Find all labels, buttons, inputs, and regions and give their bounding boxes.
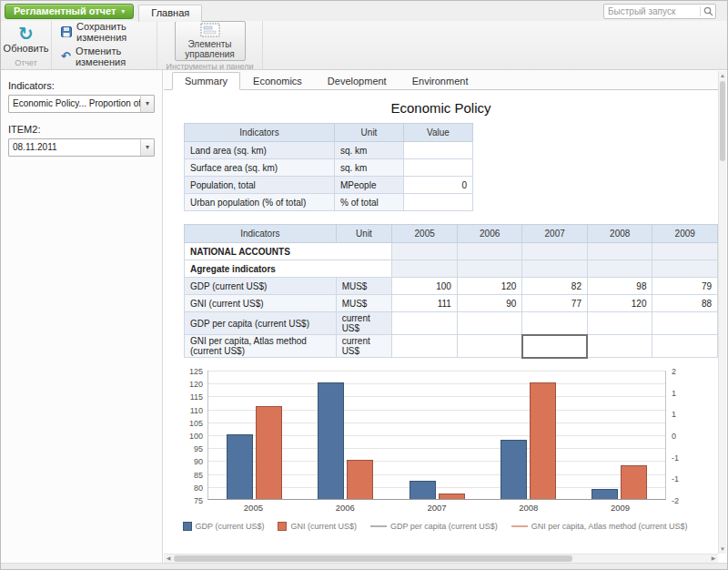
legend-label: GDP (current US$): [196, 522, 265, 531]
value-cell[interactable]: [392, 243, 458, 260]
scroll-left-arrow-icon[interactable]: ◀: [164, 555, 173, 563]
unit-cell: sq. km: [335, 142, 404, 159]
scroll-up-arrow-icon[interactable]: ▲: [719, 71, 726, 80]
value-cell[interactable]: [522, 243, 588, 260]
value-cell[interactable]: 77: [522, 295, 588, 312]
value-cell[interactable]: [392, 260, 458, 278]
indicators-dropdown[interactable]: Economic Policy... Proportion of s... (1…: [8, 95, 155, 113]
axis-label: 120: [189, 380, 203, 389]
value-cell[interactable]: [457, 243, 522, 260]
axis-label: 0: [672, 432, 676, 441]
ribbon-tab-home[interactable]: Главная: [138, 5, 202, 22]
axis-label: 115: [190, 392, 203, 402]
selected-cell[interactable]: [522, 335, 588, 358]
value-cell[interactable]: [652, 243, 718, 260]
tab-economics[interactable]: Economics: [240, 72, 315, 90]
bar-group: [391, 371, 482, 499]
legend-swatch: [183, 522, 192, 531]
value-cell[interactable]: 82: [522, 278, 588, 295]
report-menu-button[interactable]: Регламентный отчет ▾: [5, 4, 134, 19]
unit-cell: % of total: [335, 194, 404, 211]
value-cell[interactable]: [404, 159, 473, 177]
value-cell[interactable]: [587, 243, 652, 260]
value-cell[interactable]: [587, 312, 652, 335]
value-cell[interactable]: 98: [587, 278, 652, 295]
scroll-right-arrow-icon[interactable]: ▶: [709, 555, 718, 563]
refresh-icon: ↻: [18, 25, 34, 43]
ribbon-top-bar: Регламентный отчет ▾ Главная: [1, 1, 727, 21]
summary-table: IndicatorsUnitValue Land area (sq. km)sq…: [184, 123, 473, 211]
chevron-down-icon[interactable]: ▾: [140, 139, 154, 156]
value-cell[interactable]: 111: [392, 295, 458, 312]
value-cell[interactable]: [652, 312, 718, 335]
main-area: SummaryEconomicsDevelopmentEnvironment E…: [164, 70, 718, 554]
column-header: Unit: [335, 124, 404, 142]
axis-label: -1: [672, 474, 679, 483]
section-cell: Agregate indicators: [185, 260, 392, 278]
tab-environment[interactable]: Environment: [399, 72, 481, 90]
value-cell[interactable]: 79: [652, 278, 718, 295]
axis-label: 75: [194, 496, 203, 505]
controls-button[interactable]: Элементы управления: [175, 21, 246, 61]
axis-label: 2009: [574, 500, 666, 514]
legend-label: GNI per capita, Atlas method (current US…: [531, 522, 688, 531]
table-row: GDP per capita (current US$)current US$: [185, 312, 718, 335]
column-header: Unit: [336, 225, 392, 243]
undo-icon: ↶: [61, 51, 71, 62]
value-cell[interactable]: [404, 194, 473, 211]
value-cell[interactable]: 0: [404, 177, 473, 194]
undo-label: Отменить изменения: [76, 46, 154, 67]
indicator-cell: GNI per capita, Atlas method (current US…: [185, 335, 337, 358]
search-input[interactable]: [604, 6, 700, 16]
value-cell[interactable]: [404, 142, 473, 159]
group-content: ↻ Обновить: [1, 21, 51, 57]
value-cell[interactable]: 100: [392, 278, 458, 295]
ribbon-group-tools: Элементы управления Инструменты и панели: [157, 21, 263, 69]
scroll-down-arrow-icon[interactable]: ▼: [719, 545, 726, 554]
value-cell[interactable]: [392, 335, 458, 358]
axis-label: 105: [189, 419, 203, 428]
value-cell[interactable]: 120: [587, 295, 652, 312]
tab-summary[interactable]: Summary: [172, 72, 240, 90]
chevron-down-icon[interactable]: ▾: [140, 96, 154, 112]
unit-cell: current US$: [336, 312, 392, 335]
value-cell[interactable]: [652, 335, 718, 358]
save-changes-button[interactable]: Сохранить изменения: [58, 21, 157, 43]
bar-groups: [208, 371, 665, 499]
indicator-cell: GNI (current US$): [185, 295, 337, 312]
value-cell[interactable]: [652, 260, 718, 278]
search-icon[interactable]: [701, 6, 715, 16]
value-cell[interactable]: [522, 260, 588, 278]
value-cell[interactable]: [457, 335, 522, 358]
vertical-scroll-thumb[interactable]: [720, 81, 725, 161]
value-cell[interactable]: 120: [457, 278, 522, 295]
value-cell[interactable]: 90: [457, 295, 522, 312]
ribbon: Регламентный отчет ▾ Главная ↻ Обновить: [1, 1, 727, 70]
vertical-scrollbar[interactable]: ▲ ▼: [718, 71, 726, 554]
indicator-cell: GDP (current US$): [185, 278, 337, 295]
controls-label: Элементы управления: [180, 39, 240, 59]
value-cell[interactable]: [522, 312, 588, 335]
item2-dropdown[interactable]: 08.11.2011 ▾: [8, 138, 155, 157]
unit-cell: MUS$: [336, 295, 392, 312]
value-cell[interactable]: [587, 260, 652, 278]
horizontal-scroll-thumb[interactable]: [174, 555, 572, 562]
value-cell[interactable]: [457, 312, 522, 335]
value-cell[interactable]: [392, 312, 458, 335]
refresh-button[interactable]: ↻ Обновить: [0, 23, 54, 56]
indicators-label: Indicators:: [8, 80, 155, 91]
value-cell[interactable]: 88: [652, 295, 718, 312]
sidebar: Indicators: Economic Policy... Proportio…: [1, 70, 163, 563]
table-row: GNI per capita, Atlas method (current US…: [185, 335, 718, 358]
x-axis: 20052006200720082009: [207, 500, 666, 514]
y-axis-right: 2110-1-1-2: [666, 371, 690, 500]
quick-search-box[interactable]: [603, 4, 716, 19]
horizontal-scrollbar[interactable]: ◀ ▶: [164, 554, 718, 563]
axis-label: 80: [194, 483, 203, 493]
undo-changes-button[interactable]: ↶ Отменить изменения: [58, 46, 157, 67]
bar-gni: [439, 494, 465, 499]
bar-gdp: [318, 382, 344, 499]
tab-development[interactable]: Development: [315, 72, 399, 90]
value-cell[interactable]: [457, 260, 522, 278]
value-cell[interactable]: [587, 335, 652, 358]
